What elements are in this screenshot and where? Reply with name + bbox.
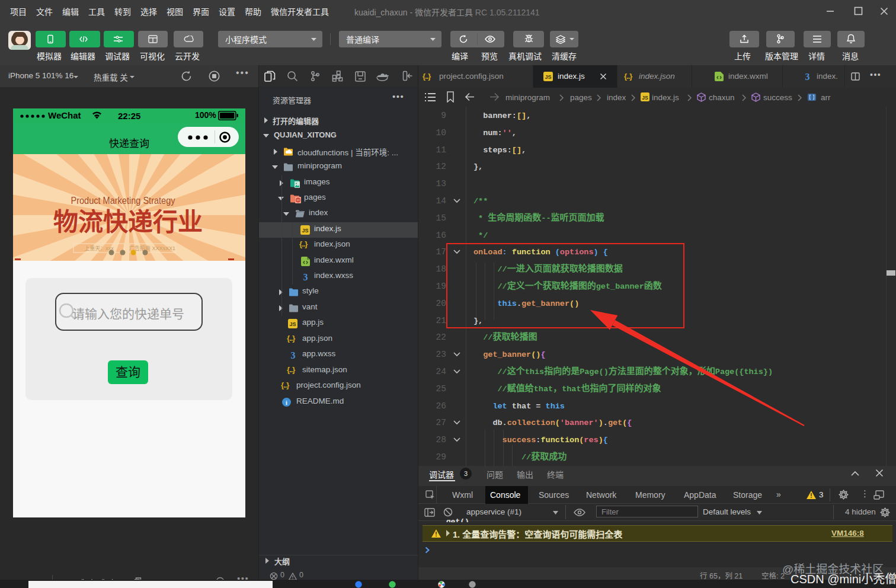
svg-text:上重天：xxx: 上重天：xxx [84, 245, 114, 251]
svg-text:3: 3 [303, 272, 308, 282]
svg-text:广告招商 XXXsXX1: 广告招商 XXXsXX1 [129, 245, 175, 251]
svg-text:物流快递行业: 物流快递行业 [53, 209, 203, 236]
svg-text:Product Marketing Strategy: Product Marketing Strategy [71, 195, 175, 206]
svg-text:JS: JS [289, 321, 296, 327]
svg-text:!: ! [810, 493, 812, 499]
svg-text:i: i [286, 400, 287, 406]
svg-text:JS: JS [302, 228, 308, 234]
svg-text:!: ! [435, 531, 437, 538]
svg-text:3: 3 [291, 350, 296, 360]
